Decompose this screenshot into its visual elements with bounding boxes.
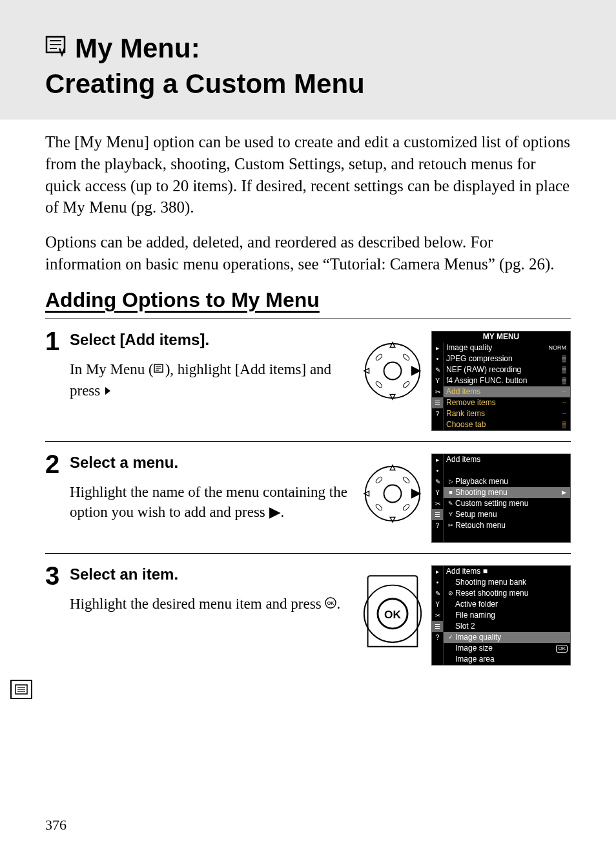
menu-row: ✎Custom setting menu: [444, 498, 570, 509]
right-arrow-icon: [104, 381, 112, 401]
menu-row: Image qualityNORM: [444, 342, 570, 353]
menu-row: f4 Assign FUNC. button▒: [444, 375, 570, 386]
menu-row: ✂Retouch menu: [444, 520, 570, 531]
menu-row: Choose tab▒: [444, 419, 570, 430]
svg-point-18: [375, 503, 383, 511]
svg-text:OK: OK: [327, 601, 334, 605]
intro-paragraph-2: Options can be added, deleted, and reord…: [45, 231, 571, 275]
svg-point-19: [402, 503, 410, 511]
svg-point-12: [375, 381, 383, 388]
step-title: Select an item.: [70, 565, 355, 583]
screen-header: MY MENU: [432, 331, 570, 343]
page-title: My Menu: Creating a Custom Menu: [45, 31, 571, 101]
dpad-right-icon: [362, 463, 424, 525]
menu-row: Rank items--: [444, 408, 570, 419]
menu-row: Image area: [444, 654, 570, 665]
step-2: 2 Select a menu. Highlight the name of t…: [45, 441, 571, 553]
menu-row: Slot 2: [444, 621, 570, 632]
step-number: 3: [45, 563, 70, 589]
step-title: Select a menu.: [70, 454, 355, 472]
screen-header: Add items: [444, 454, 570, 465]
screen-rows: Add items ■ Shooting menu bank ⊘Reset sh…: [444, 566, 570, 665]
menu-row: File naming: [444, 610, 570, 621]
step-description: In My Menu (), highlight [Add items] and…: [70, 359, 355, 402]
menu-row: Active folder: [444, 599, 570, 610]
svg-point-15: [384, 485, 402, 503]
menu-row-selected: ■Shooting menu▶: [444, 487, 570, 498]
menu-row: YSetup menu: [444, 509, 570, 520]
camera-screen-3: ▸•✎Y✂☰? Add items ■ Shooting menu bank ⊘…: [431, 565, 571, 666]
steps-list: 1 Select [Add items]. In My Menu (), hig…: [45, 319, 571, 676]
step-number: 2: [45, 451, 70, 477]
svg-point-17: [402, 476, 410, 484]
menu-row: NEF (RAW) recording▒: [444, 364, 570, 375]
svg-point-13: [402, 381, 410, 388]
svg-point-16: [375, 476, 383, 484]
step-description: Highlight the desired menu item and pres…: [70, 594, 355, 615]
menu-row: [444, 531, 570, 542]
screen-sidebar: ▸•✎Y✂☰?: [432, 454, 444, 542]
step-3: 3 Select an item. Highlight the desired …: [45, 553, 571, 676]
my-menu-small-icon: [154, 359, 165, 379]
dpad-right-icon: [362, 340, 424, 402]
svg-point-10: [375, 353, 383, 361]
screen-sidebar: ▸•✎Y✂☰?: [432, 342, 444, 430]
camera-screen-2: ▸•✎Y✂☰? Add items ▷Playback menu ■Shooti…: [431, 454, 571, 543]
title-line2: Creating a Custom Menu: [45, 68, 365, 99]
screen-rows: Add items ▷Playback menu ■Shooting menu▶…: [444, 454, 570, 542]
page-header: My Menu: Creating a Custom Menu: [0, 0, 616, 120]
page-content: The [My Menu] option can be used to crea…: [0, 120, 616, 676]
page-number: 376: [45, 817, 67, 833]
svg-point-11: [402, 353, 410, 361]
section-heading: Adding Options to My Menu: [45, 288, 571, 312]
menu-row: ⊘Reset shooting menu: [444, 588, 570, 599]
intro-paragraph-1: The [My Menu] option can be used to crea…: [45, 131, 571, 218]
title-line1: My Menu:: [75, 33, 200, 63]
screen-sidebar: ▸•✎Y✂☰?: [432, 566, 444, 665]
menu-row: ▷Playback menu: [444, 476, 570, 487]
menu-row-selected: ✓Image quality: [444, 632, 570, 643]
svg-text:OK: OK: [384, 608, 401, 621]
menu-row: JPEG compression▒: [444, 353, 570, 364]
ok-small-icon: OK: [325, 594, 336, 614]
menu-row: Image sizeOK: [444, 643, 570, 654]
menu-row: Remove items--: [444, 397, 570, 408]
screen-rows: Image qualityNORM JPEG compression▒ NEF …: [444, 342, 570, 430]
step-description: Highlight the name of the menu containin…: [70, 482, 355, 522]
menu-row: Shooting menu bank: [444, 577, 570, 588]
menu-row: [444, 465, 570, 476]
margin-tab-icon: [10, 680, 32, 699]
step-title: Select [Add items].: [70, 331, 355, 349]
menu-row-selected: Add items--: [444, 386, 570, 397]
my-menu-icon: [45, 32, 70, 68]
screen-header: Add items ■: [444, 566, 570, 577]
camera-screen-1: MY MENU ▸•✎Y✂☰? Image qualityNORM JPEG c…: [431, 331, 571, 432]
ok-button-icon: OK: [362, 572, 424, 649]
step-number: 1: [45, 328, 70, 354]
svg-point-9: [384, 362, 402, 379]
step-1: 1 Select [Add items]. In My Menu (), hig…: [45, 319, 571, 442]
